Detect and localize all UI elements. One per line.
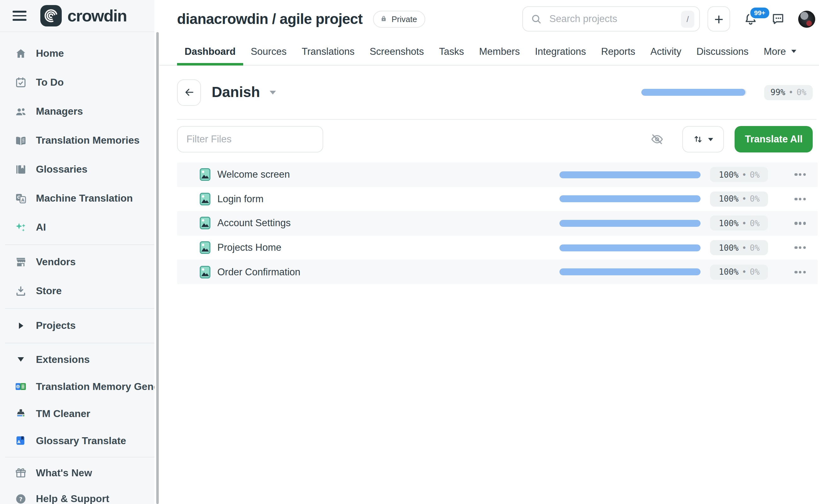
sidebar-item-label: Translation Memories: [36, 135, 140, 146]
sidebar-section-extensions[interactable]: Extensions: [0, 346, 159, 373]
separator-dot: •: [742, 194, 747, 204]
file-name[interactable]: Projects Home: [217, 242, 281, 253]
translated-percent: 100%: [719, 267, 739, 277]
messages-button[interactable]: [771, 12, 785, 26]
sidebar-item-label: TM Cleaner: [36, 408, 90, 419]
back-button[interactable]: [177, 79, 201, 106]
file-row-login-form[interactable]: Login form 100%•0%: [177, 187, 818, 211]
notification-count-badge: 99+: [749, 6, 770, 19]
file-list: Welcome screen 100%•0% Login form 100%•0…: [177, 163, 818, 284]
sidebar-divider: [5, 343, 154, 343]
tab-more-label: More: [764, 46, 786, 57]
tab-reports[interactable]: Reports: [593, 38, 643, 65]
file-row-account-settings[interactable]: Account Settings 100%•0%: [177, 211, 818, 235]
sidebar-item-managers[interactable]: Managers: [0, 97, 159, 126]
project-breadcrumb[interactable]: dianacrowdin / agile project: [177, 10, 363, 27]
sidebar-item-label: Projects: [36, 320, 76, 331]
tab-tasks[interactable]: Tasks: [432, 38, 472, 65]
sidebar-item-label: Managers: [36, 106, 83, 117]
chevron-down-icon: [14, 353, 27, 366]
notifications-button[interactable]: 99+: [743, 12, 758, 26]
approved-percent: 0%: [797, 88, 806, 97]
sidebar-item-projects[interactable]: Projects: [0, 311, 159, 340]
sidebar-item-glossaries[interactable]: Glossaries: [0, 155, 159, 184]
file-progress-bar: [560, 220, 701, 227]
sidebar-item-tm-cleaner[interactable]: TM Cleaner: [0, 400, 159, 427]
sidebar-item-todo[interactable]: To Do: [0, 68, 159, 97]
crowdin-logo-icon: [40, 5, 62, 26]
sidebar-item-whats-new[interactable]: What's New: [0, 460, 159, 486]
sidebar-item-vendors[interactable]: Vendors: [0, 248, 159, 277]
file-name[interactable]: Account Settings: [217, 218, 291, 229]
separator-dot: •: [742, 219, 747, 228]
sidebar-scrollbar-thumb[interactable]: [156, 32, 159, 504]
menu-icon[interactable]: [13, 11, 26, 21]
tab-translations[interactable]: Translations: [294, 38, 362, 65]
tab-more[interactable]: More: [756, 38, 804, 65]
sidebar-item-machine-translation[interactable]: GA Machine Translation: [0, 184, 159, 213]
separator-dot: •: [742, 267, 747, 277]
translated-percent: 100%: [719, 170, 739, 180]
file-row-order-confirmation[interactable]: Order Confirmation 100%•0%: [177, 260, 818, 284]
managers-icon: [14, 105, 27, 118]
files-toolbar: Translate All: [159, 120, 819, 152]
tab-discussions[interactable]: Discussions: [689, 38, 756, 65]
sidebar-item-translation-memories[interactable]: Translation Memories: [0, 126, 159, 155]
sidebar-item-label: To Do: [36, 77, 64, 88]
tm-generator-icon: [14, 380, 27, 393]
file-menu-button[interactable]: [795, 195, 806, 203]
chevron-down-icon: [708, 138, 713, 141]
tab-sources[interactable]: Sources: [243, 38, 294, 65]
language-header: Danish 99% • 0%: [159, 66, 819, 119]
file-name[interactable]: Order Confirmation: [217, 266, 301, 278]
approved-percent: 0%: [750, 267, 759, 277]
home-icon: [14, 47, 27, 60]
sidebar-item-label: Help & Support: [36, 493, 109, 504]
search-input[interactable]: [548, 13, 681, 25]
file-progress-badge: 100%•0%: [710, 264, 768, 279]
sidebar-divider: [5, 457, 154, 457]
user-avatar[interactable]: [798, 10, 815, 27]
tab-integrations[interactable]: Integrations: [527, 38, 593, 65]
sidebar-item-home[interactable]: Home: [0, 39, 159, 68]
translate-all-button[interactable]: Translate All: [735, 126, 813, 152]
sidebar-item-label: Glossaries: [36, 164, 88, 175]
approved-percent: 0%: [750, 194, 759, 204]
sidebar-item-store[interactable]: Store: [0, 277, 159, 306]
file-row-projects-home[interactable]: Projects Home 100%•0%: [177, 236, 818, 260]
file-progress-bar: [560, 268, 701, 275]
crowdin-app: crowdin Home To Do Managers Translation …: [0, 0, 819, 504]
toggle-hidden-files-button[interactable]: [650, 132, 664, 146]
sidebar-nav: Home To Do Managers Translation Memories…: [0, 39, 159, 504]
tab-members[interactable]: Members: [472, 38, 527, 65]
help-icon: ?: [14, 492, 27, 504]
chevron-down-icon: [791, 50, 796, 53]
sidebar-item-tm-generator[interactable]: Translation Memory Gene...: [0, 373, 159, 400]
tab-activity[interactable]: Activity: [643, 38, 689, 65]
crowdin-logo[interactable]: crowdin: [40, 5, 127, 26]
translated-percent: 100%: [719, 219, 739, 228]
separator-dot: •: [788, 88, 793, 97]
tab-screenshots[interactable]: Screenshots: [362, 38, 431, 65]
sort-button[interactable]: [683, 126, 724, 152]
file-menu-button[interactable]: [795, 171, 806, 178]
file-name[interactable]: Login form: [217, 193, 263, 205]
file-menu-button[interactable]: [795, 244, 806, 251]
approved-percent: 0%: [750, 219, 759, 228]
tab-dashboard[interactable]: Dashboard: [177, 38, 243, 65]
create-project-button[interactable]: +: [707, 6, 730, 31]
chat-icon: [771, 12, 785, 26]
sidebar-item-ai[interactable]: AI: [0, 213, 159, 242]
file-row-welcome-screen[interactable]: Welcome screen 100%•0%: [177, 163, 818, 187]
filter-files-input[interactable]: [177, 126, 323, 152]
file-name[interactable]: Welcome screen: [217, 169, 290, 180]
separator-dot: •: [742, 170, 747, 180]
translated-percent: 99%: [770, 88, 785, 97]
file-menu-button[interactable]: [795, 268, 806, 276]
file-menu-button[interactable]: [795, 220, 806, 227]
lock-icon: [380, 15, 387, 23]
language-dropdown-icon[interactable]: [269, 90, 276, 94]
vendors-icon: [14, 256, 27, 268]
sidebar-item-help-support[interactable]: ? Help & Support: [0, 486, 159, 504]
sidebar-item-glossary-translate[interactable]: A Glossary Translate: [0, 427, 159, 454]
